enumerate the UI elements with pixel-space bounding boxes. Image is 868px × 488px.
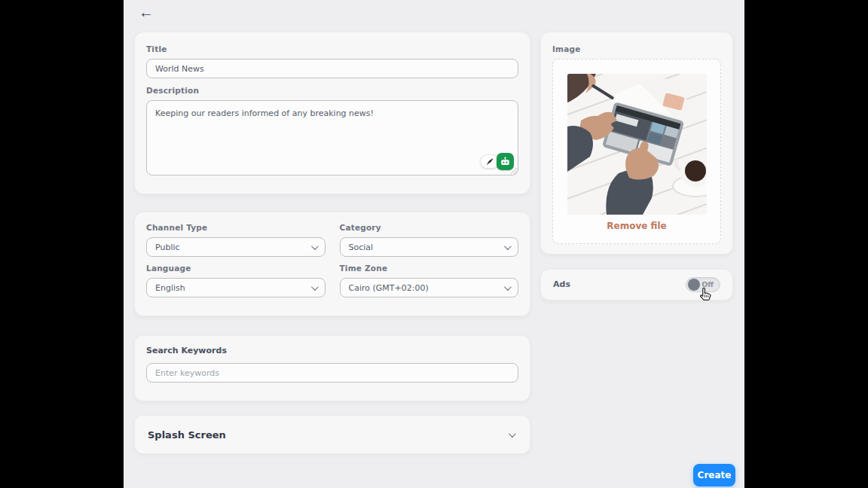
description-label: Description [146, 85, 518, 96]
chevron-down-icon [504, 242, 512, 250]
language-select[interactable]: English [146, 278, 326, 297]
time-zone-select[interactable]: Cairo (GMT+02:00) [340, 278, 519, 297]
time-zone-label: Time Zone [340, 263, 519, 273]
chevron-down-icon [504, 283, 512, 291]
ai-writing-tools [480, 153, 514, 170]
search-keywords-label: Search Keywords [146, 346, 518, 356]
category-value: Social [349, 242, 374, 252]
language-field: Language English [146, 263, 326, 297]
category-select[interactable]: Social [340, 237, 519, 257]
title-input[interactable] [146, 59, 518, 78]
image-dropzone[interactable]: Remove file [552, 59, 721, 244]
search-keywords-input[interactable] [146, 363, 518, 383]
description-textarea[interactable]: Keeping our readers informed of any brea… [146, 100, 518, 175]
channel-type-label: Channel Type [146, 222, 326, 233]
time-zone-field: Time Zone Cairo (GMT+02:00) [340, 263, 519, 297]
toggle-knob [688, 279, 700, 291]
create-button[interactable]: Create [693, 464, 735, 486]
feather-pen-icon [486, 157, 494, 166]
app-screen: ← Title Description Keeping our readers … [124, 0, 744, 488]
splash-screen-label: Splash Screen [148, 429, 226, 441]
ads-card: Ads Off [540, 269, 733, 300]
image-label: Image [552, 44, 721, 54]
title-label: Title [146, 44, 518, 54]
channel-type-value: Public [155, 242, 180, 252]
chevron-down-icon [310, 242, 318, 250]
ads-toggle[interactable]: Off [686, 277, 720, 292]
back-button[interactable]: ← [136, 2, 157, 23]
ads-label: Ads [553, 279, 570, 290]
time-zone-value: Cairo (GMT+02:00) [349, 283, 429, 293]
back-arrow-icon: ← [139, 4, 154, 21]
splash-screen-accordion[interactable]: Splash Screen [134, 415, 530, 454]
channel-settings-card: Channel Type Public Category Social Lang… [134, 212, 530, 316]
search-keywords-card: Search Keywords [134, 335, 530, 401]
channel-type-select[interactable]: Public [146, 237, 326, 257]
category-label: Category [340, 222, 519, 233]
uploaded-image-tablet-photo [567, 74, 707, 215]
description-textarea-wrap: Keeping our readers informed of any brea… [146, 100, 518, 175]
remove-file-button[interactable]: Remove file [553, 221, 720, 231]
channel-type-field: Channel Type Public [146, 222, 326, 257]
toggle-state-label: Off [701, 280, 714, 288]
language-value: English [155, 283, 185, 293]
robot-icon [500, 156, 511, 167]
language-label: Language [146, 263, 326, 273]
chevron-down-icon [310, 283, 318, 291]
chevron-down-icon [509, 430, 516, 438]
ai-assistant-button[interactable] [497, 153, 514, 170]
category-field: Category Social [340, 222, 519, 257]
title-description-card: Title Description Keeping our readers in… [134, 32, 530, 194]
image-upload-card: Image [540, 32, 733, 255]
